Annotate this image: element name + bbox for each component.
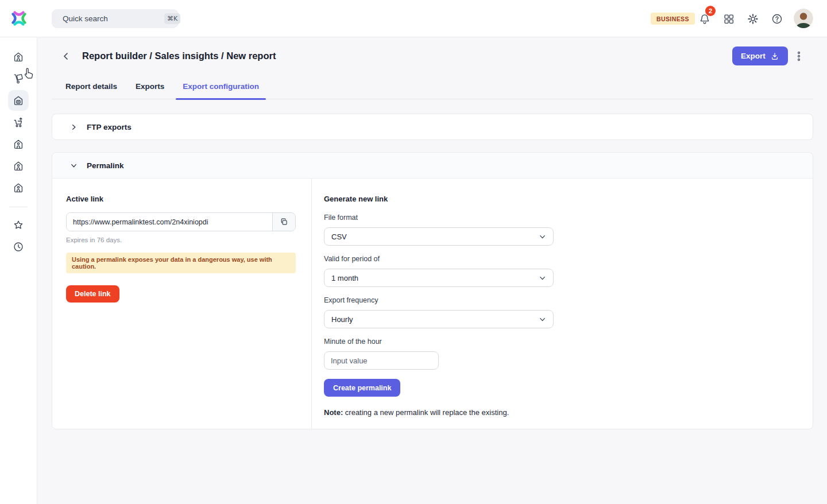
sidebar-item-history[interactable] — [8, 237, 29, 257]
valid-period-value: 1 month — [331, 274, 358, 282]
file-format-value: CSV — [331, 232, 347, 241]
quick-search[interactable]: ⌘K — [52, 9, 179, 28]
export-frequency-label: Export frequency — [324, 296, 554, 306]
generate-link-heading: Generate new link — [324, 195, 554, 203]
apps-grid-icon[interactable] — [722, 13, 735, 25]
chevron-down-icon — [539, 233, 546, 241]
sidebar-nav — [0, 37, 37, 504]
chevron-down-icon — [70, 162, 78, 169]
page-title: Report builder / Sales insights / New re… — [82, 51, 276, 61]
sidebar-item-cart-export[interactable] — [8, 112, 29, 133]
sidebar-divider — [9, 207, 28, 207]
file-format-select[interactable]: CSV — [324, 227, 554, 246]
permalink-url-input[interactable] — [67, 213, 272, 231]
note-label: Note: — [324, 408, 343, 417]
expires-text: Expires in 76 days. — [66, 237, 296, 243]
create-permalink-button[interactable]: Create permalink — [324, 379, 400, 397]
sidebar-item-home[interactable] — [8, 46, 29, 67]
permalink-panel: Permalink Active link Expires in 76 days… — [52, 152, 813, 429]
export-frequency-value: Hourly — [331, 315, 353, 324]
notification-count-badge: 2 — [705, 6, 716, 16]
warehouse-icon — [12, 94, 25, 107]
ftp-exports-title: FTP exports — [87, 123, 132, 131]
sidebar-item-store-3[interactable] — [8, 177, 29, 198]
mouse-cursor-icon — [23, 67, 34, 80]
chevron-down-icon — [539, 316, 546, 323]
chevron-down-icon — [539, 274, 546, 282]
sidebar-item-store-2[interactable] — [8, 156, 29, 176]
plan-badge: BUSINESS — [651, 13, 695, 25]
export-frequency-select[interactable]: Hourly — [324, 310, 554, 328]
ftp-exports-header[interactable]: FTP exports — [52, 114, 813, 140]
more-options-kebab-icon[interactable] — [794, 51, 803, 61]
home-user-icon — [12, 51, 25, 63]
download-icon — [770, 52, 779, 61]
settings-gear-icon[interactable] — [747, 13, 759, 25]
app-logo-icon[interactable] — [10, 9, 28, 28]
top-bar: ⌘K BUSINESS 2 — [0, 0, 827, 37]
minute-of-hour-label: Minute of the hour — [324, 338, 554, 347]
home-user-icon — [12, 160, 25, 172]
tab-bar: Report details Exports Export configurat… — [52, 82, 813, 99]
tab-exports[interactable]: Exports — [136, 82, 164, 99]
avatar[interactable] — [794, 9, 813, 28]
permalink-title: Permalink — [87, 161, 124, 170]
valid-period-select[interactable]: 1 month — [324, 269, 554, 287]
tab-export-configuration[interactable]: Export configuration — [183, 82, 259, 99]
permalink-warning-banner: Using a permalink exposes your data in a… — [66, 253, 296, 273]
column-divider — [311, 179, 312, 429]
back-button[interactable] — [61, 52, 71, 61]
file-format-label: File format — [324, 214, 554, 223]
cart-export-icon — [12, 116, 25, 129]
note-text: creating a new permalink will replace th… — [343, 408, 509, 417]
sidebar-item-warehouse[interactable] — [8, 90, 29, 111]
tab-report-details[interactable]: Report details — [65, 82, 117, 99]
clock-icon — [12, 241, 25, 253]
export-button[interactable]: Export — [732, 46, 788, 65]
valid-period-label: Valid for period of — [324, 255, 554, 265]
minute-of-hour-input[interactable] — [324, 351, 439, 370]
copy-link-button[interactable] — [272, 213, 295, 231]
active-link-heading: Active link — [66, 195, 296, 203]
sidebar-item-favorites[interactable] — [8, 215, 29, 235]
permalink-url-group — [66, 212, 296, 231]
active-link-section: Active link Expires in 76 days. Using a … — [66, 195, 296, 303]
search-input[interactable] — [63, 14, 164, 23]
copy-icon — [279, 217, 289, 227]
search-shortcut-badge: ⌘K — [164, 13, 180, 24]
home-user-icon — [12, 138, 25, 150]
home-user-icon — [12, 181, 25, 194]
sidebar-item-store-1[interactable] — [8, 134, 29, 154]
ftp-exports-panel: FTP exports — [52, 114, 813, 140]
export-button-label: Export — [741, 52, 766, 60]
generate-link-section: Generate new link File format CSV Valid … — [324, 195, 554, 417]
chevron-right-icon — [70, 123, 78, 131]
main-content: Report builder / Sales insights / New re… — [38, 38, 827, 504]
permalink-body: Active link Expires in 76 days. Using a … — [52, 179, 813, 429]
delete-link-button[interactable]: Delete link — [66, 285, 119, 303]
star-icon — [12, 219, 25, 231]
help-icon[interactable] — [771, 13, 783, 25]
permalink-note: Note: creating a new permalink will repl… — [324, 408, 554, 417]
permalink-header[interactable]: Permalink — [52, 153, 813, 179]
